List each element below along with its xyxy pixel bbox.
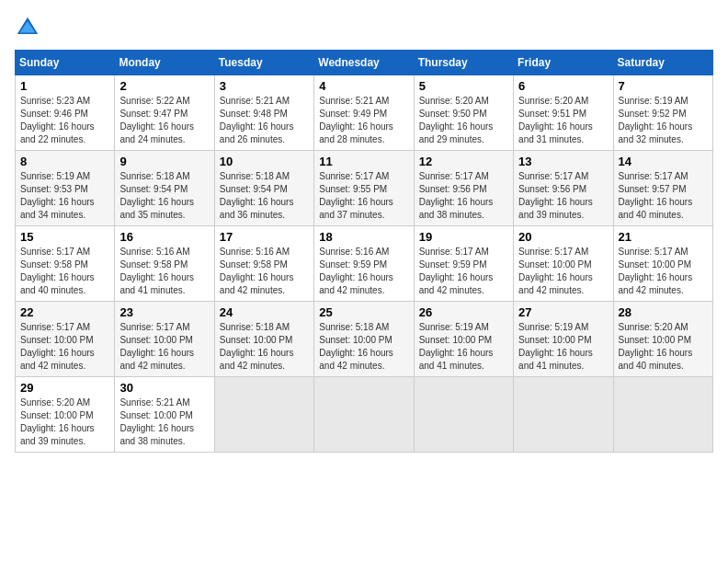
day-info: Sunrise: 5:17 AM Sunset: 9:55 PM Dayligh… xyxy=(319,170,408,222)
calendar-cell: 10 Sunrise: 5:18 AM Sunset: 9:54 PM Dayl… xyxy=(214,151,313,226)
day-info: Sunrise: 5:18 AM Sunset: 10:00 PM Daylig… xyxy=(319,321,408,373)
day-info: Sunrise: 5:17 AM Sunset: 10:00 PM Daylig… xyxy=(619,246,708,297)
day-number: 24 xyxy=(220,305,309,319)
calendar-week-2: 8 Sunrise: 5:19 AM Sunset: 9:53 PM Dayli… xyxy=(16,151,713,226)
calendar-cell: 14 Sunrise: 5:17 AM Sunset: 9:57 PM Dayl… xyxy=(613,151,712,226)
calendar-cell: 12 Sunrise: 5:17 AM Sunset: 9:56 PM Dayl… xyxy=(414,151,513,226)
calendar-cell: 11 Sunrise: 5:17 AM Sunset: 9:55 PM Dayl… xyxy=(314,151,414,226)
calendar-cell: 28 Sunrise: 5:20 AM Sunset: 10:00 PM Day… xyxy=(613,302,712,377)
column-header-monday: Monday xyxy=(115,51,214,75)
day-info: Sunrise: 5:18 AM Sunset: 9:54 PM Dayligh… xyxy=(220,170,309,222)
day-info: Sunrise: 5:17 AM Sunset: 10:00 PM Daylig… xyxy=(20,321,109,373)
column-header-wednesday: Wednesday xyxy=(314,51,414,75)
day-number: 18 xyxy=(319,230,408,244)
calendar-cell: 13 Sunrise: 5:17 AM Sunset: 9:56 PM Dayl… xyxy=(514,151,613,226)
calendar-cell: 29 Sunrise: 5:20 AM Sunset: 10:00 PM Day… xyxy=(16,377,115,453)
column-header-friday: Friday xyxy=(514,51,613,75)
day-number: 11 xyxy=(319,155,408,168)
day-info: Sunrise: 5:22 AM Sunset: 9:47 PM Dayligh… xyxy=(119,95,209,146)
day-number: 27 xyxy=(518,305,608,319)
calendar-cell: 4 Sunrise: 5:21 AM Sunset: 9:49 PM Dayli… xyxy=(314,75,414,151)
calendar-cell: 22 Sunrise: 5:17 AM Sunset: 10:00 PM Day… xyxy=(16,302,115,377)
calendar-cell: 24 Sunrise: 5:18 AM Sunset: 10:00 PM Day… xyxy=(214,302,313,377)
logo-icon xyxy=(15,15,40,40)
day-info: Sunrise: 5:19 AM Sunset: 9:52 PM Dayligh… xyxy=(619,95,708,146)
day-number: 3 xyxy=(220,79,309,93)
calendar-cell: 30 Sunrise: 5:21 AM Sunset: 10:00 PM Day… xyxy=(115,377,214,453)
day-info: Sunrise: 5:20 AM Sunset: 10:00 PM Daylig… xyxy=(20,396,109,448)
day-number: 1 xyxy=(20,79,109,93)
calendar-cell: 17 Sunrise: 5:16 AM Sunset: 9:58 PM Dayl… xyxy=(214,226,313,302)
day-number: 21 xyxy=(619,230,708,244)
day-info: Sunrise: 5:20 AM Sunset: 9:50 PM Dayligh… xyxy=(419,95,508,146)
day-number: 14 xyxy=(619,155,708,168)
calendar-cell xyxy=(613,377,712,453)
day-number: 20 xyxy=(518,230,608,244)
logo xyxy=(15,15,44,40)
day-number: 10 xyxy=(220,155,309,168)
day-info: Sunrise: 5:18 AM Sunset: 9:54 PM Dayligh… xyxy=(119,170,209,222)
calendar-cell: 1 Sunrise: 5:23 AM Sunset: 9:46 PM Dayli… xyxy=(16,75,115,151)
day-number: 12 xyxy=(419,155,508,168)
calendar-cell: 20 Sunrise: 5:17 AM Sunset: 10:00 PM Day… xyxy=(514,226,613,302)
calendar-cell: 5 Sunrise: 5:20 AM Sunset: 9:50 PM Dayli… xyxy=(414,75,513,151)
calendar-cell: 15 Sunrise: 5:17 AM Sunset: 9:58 PM Dayl… xyxy=(16,226,115,302)
day-number: 25 xyxy=(319,305,408,319)
day-number: 15 xyxy=(20,230,109,244)
day-number: 22 xyxy=(20,305,109,319)
day-number: 8 xyxy=(20,155,109,168)
day-number: 17 xyxy=(220,230,309,244)
day-info: Sunrise: 5:19 AM Sunset: 10:00 PM Daylig… xyxy=(518,321,608,373)
calendar-cell: 8 Sunrise: 5:19 AM Sunset: 9:53 PM Dayli… xyxy=(16,151,115,226)
day-info: Sunrise: 5:17 AM Sunset: 10:00 PM Daylig… xyxy=(119,321,209,373)
calendar-cell: 26 Sunrise: 5:19 AM Sunset: 10:00 PM Day… xyxy=(414,302,513,377)
calendar-cell: 6 Sunrise: 5:20 AM Sunset: 9:51 PM Dayli… xyxy=(514,75,613,151)
day-number: 4 xyxy=(319,79,408,93)
calendar-week-3: 15 Sunrise: 5:17 AM Sunset: 9:58 PM Dayl… xyxy=(16,226,713,302)
day-info: Sunrise: 5:23 AM Sunset: 9:46 PM Dayligh… xyxy=(20,95,109,146)
day-number: 29 xyxy=(20,381,109,395)
day-info: Sunrise: 5:16 AM Sunset: 9:59 PM Dayligh… xyxy=(319,246,408,297)
day-number: 16 xyxy=(119,230,209,244)
calendar-week-4: 22 Sunrise: 5:17 AM Sunset: 10:00 PM Day… xyxy=(16,302,713,377)
column-header-tuesday: Tuesday xyxy=(214,51,313,75)
day-number: 28 xyxy=(619,305,708,319)
column-header-saturday: Saturday xyxy=(613,51,712,75)
column-header-sunday: Sunday xyxy=(16,51,115,75)
calendar-header-row: SundayMondayTuesdayWednesdayThursdayFrid… xyxy=(16,51,713,75)
calendar-body: 1 Sunrise: 5:23 AM Sunset: 9:46 PM Dayli… xyxy=(16,75,713,453)
calendar-cell xyxy=(314,377,414,453)
calendar-cell: 18 Sunrise: 5:16 AM Sunset: 9:59 PM Dayl… xyxy=(314,226,414,302)
calendar-cell: 21 Sunrise: 5:17 AM Sunset: 10:00 PM Day… xyxy=(613,226,712,302)
calendar-cell: 9 Sunrise: 5:18 AM Sunset: 9:54 PM Dayli… xyxy=(115,151,214,226)
page-header xyxy=(15,15,713,40)
calendar-table: SundayMondayTuesdayWednesdayThursdayFrid… xyxy=(15,50,713,453)
day-info: Sunrise: 5:17 AM Sunset: 9:59 PM Dayligh… xyxy=(419,246,508,297)
calendar-cell: 19 Sunrise: 5:17 AM Sunset: 9:59 PM Dayl… xyxy=(414,226,513,302)
day-info: Sunrise: 5:17 AM Sunset: 10:00 PM Daylig… xyxy=(518,246,608,297)
calendar-cell: 3 Sunrise: 5:21 AM Sunset: 9:48 PM Dayli… xyxy=(214,75,313,151)
day-number: 13 xyxy=(518,155,608,168)
day-number: 30 xyxy=(119,381,209,395)
calendar-week-5: 29 Sunrise: 5:20 AM Sunset: 10:00 PM Day… xyxy=(16,377,713,453)
day-info: Sunrise: 5:16 AM Sunset: 9:58 PM Dayligh… xyxy=(220,246,309,297)
column-header-thursday: Thursday xyxy=(414,51,513,75)
day-number: 2 xyxy=(119,79,209,93)
calendar-cell: 23 Sunrise: 5:17 AM Sunset: 10:00 PM Day… xyxy=(115,302,214,377)
day-number: 23 xyxy=(119,305,209,319)
calendar-cell: 2 Sunrise: 5:22 AM Sunset: 9:47 PM Dayli… xyxy=(115,75,214,151)
day-number: 19 xyxy=(419,230,508,244)
calendar-cell xyxy=(514,377,613,453)
day-info: Sunrise: 5:21 AM Sunset: 9:48 PM Dayligh… xyxy=(220,95,309,146)
calendar-week-1: 1 Sunrise: 5:23 AM Sunset: 9:46 PM Dayli… xyxy=(16,75,713,151)
day-info: Sunrise: 5:17 AM Sunset: 9:56 PM Dayligh… xyxy=(419,170,508,222)
day-info: Sunrise: 5:19 AM Sunset: 10:00 PM Daylig… xyxy=(419,321,508,373)
day-info: Sunrise: 5:21 AM Sunset: 10:00 PM Daylig… xyxy=(119,396,209,448)
day-number: 5 xyxy=(419,79,508,93)
day-info: Sunrise: 5:17 AM Sunset: 9:56 PM Dayligh… xyxy=(518,170,608,222)
day-number: 6 xyxy=(518,79,608,93)
day-info: Sunrise: 5:17 AM Sunset: 9:58 PM Dayligh… xyxy=(20,246,109,297)
day-number: 26 xyxy=(419,305,508,319)
calendar-cell xyxy=(414,377,513,453)
calendar-cell xyxy=(214,377,313,453)
